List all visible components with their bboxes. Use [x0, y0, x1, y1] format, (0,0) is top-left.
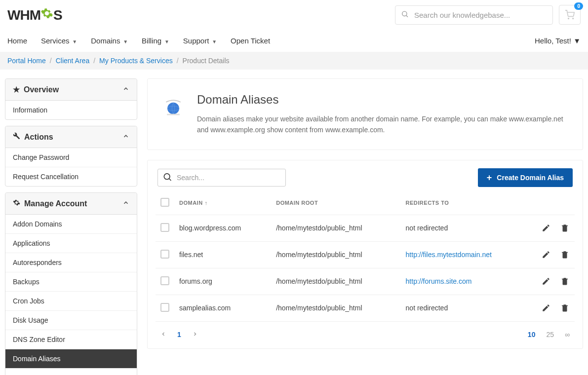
alias-table: DOMAIN↑ DOMAIN ROOT REDIRECTS TO blog.wo…: [156, 191, 575, 321]
nav-domains[interactable]: Domains ▼: [91, 30, 128, 52]
panel-actions-header[interactable]: Actions: [5, 126, 137, 148]
kb-search: [395, 5, 553, 25]
search-icon: [162, 172, 172, 183]
col-domain[interactable]: DOMAIN↑: [174, 191, 271, 215]
row-checkbox[interactable]: [160, 250, 169, 259]
edit-icon[interactable]: [541, 223, 551, 233]
search-icon: [401, 10, 409, 20]
trash-icon[interactable]: [560, 303, 570, 313]
breadcrumb-sep: /: [50, 57, 52, 65]
sidebar-item-disk-usage[interactable]: Disk Usage: [5, 311, 137, 330]
cart-icon: [565, 10, 575, 20]
chevron-up-icon: [122, 85, 129, 94]
col-root[interactable]: DOMAIN ROOT: [271, 191, 400, 215]
page-prev[interactable]: [160, 331, 166, 338]
sidebar-item-backups[interactable]: Backups: [5, 272, 137, 292]
trash-icon[interactable]: [560, 223, 570, 233]
cell-domain: files.net: [174, 241, 271, 268]
cell-domain: blog.wordpress.com: [174, 215, 271, 241]
col-redirects[interactable]: REDIRECTS TO: [401, 191, 530, 215]
redirect-link[interactable]: http://forums.site.com: [406, 277, 472, 285]
kb-search-input[interactable]: [395, 5, 553, 25]
user-menu-label: Hello, Test!: [535, 37, 571, 45]
panel-overview-header[interactable]: ★Overview: [5, 79, 137, 101]
sidebar-item-autoresponders[interactable]: Autoresponders: [5, 253, 137, 272]
cell-redirect: not redirected: [401, 295, 530, 321]
panel-overview-title: Overview: [24, 85, 59, 94]
gear-icon: [40, 7, 53, 23]
sidebar-item-applications[interactable]: Applications: [5, 234, 137, 253]
cell-domain: samplealias.com: [174, 295, 271, 321]
nav-home[interactable]: Home: [7, 30, 27, 52]
sidebar-item-request-cancellation[interactable]: Request Cancellation: [5, 167, 137, 186]
logo[interactable]: WHMS: [7, 7, 62, 23]
alias-card: + Create Domain Alias DOMAIN↑ DOMAIN ROO…: [147, 160, 583, 349]
cell-root: /home/mytestdo/public_html: [271, 268, 400, 295]
nav-open-ticket[interactable]: Open Ticket: [231, 30, 270, 52]
sidebar-item-cron-jobs[interactable]: Cron Jobs: [5, 292, 137, 311]
edit-icon[interactable]: [541, 303, 551, 313]
svg-line-1: [406, 16, 408, 17]
sidebar-item-domain-redirects[interactable]: Domain Redirects: [5, 369, 137, 375]
sidebar-item-addon-domains[interactable]: Addon Domains: [5, 215, 137, 234]
page-number[interactable]: 1: [177, 331, 181, 338]
caret-down-icon: ▼: [210, 39, 217, 44]
star-icon: ★: [13, 85, 20, 94]
sidebar-item-dns-zone-editor[interactable]: DNS Zone Editor: [5, 330, 137, 349]
gear-icon: [13, 199, 20, 206]
page-next[interactable]: [192, 331, 198, 338]
page-size-10[interactable]: 10: [528, 331, 536, 338]
edit-icon[interactable]: [541, 276, 551, 286]
row-checkbox[interactable]: [160, 303, 169, 312]
breadcrumb-link[interactable]: Portal Home: [7, 57, 46, 65]
breadcrumb-link[interactable]: Client Area: [56, 57, 89, 65]
edit-icon[interactable]: [541, 250, 551, 260]
svg-point-0: [402, 11, 407, 16]
caret-down-icon: ▼: [163, 39, 169, 44]
logo-text-post: S: [53, 7, 62, 23]
redirect-link[interactable]: http://files.mytestdomain.net: [406, 251, 492, 259]
panel-actions: Actions Change PasswordRequest Cancellat…: [5, 126, 137, 187]
nav-billing[interactable]: Billing ▼: [142, 30, 169, 52]
cart-button[interactable]: 0: [559, 5, 581, 25]
sidebar-item-change-password[interactable]: Change Password: [5, 148, 137, 167]
nav-support[interactable]: Support ▼: [183, 30, 217, 52]
page-size-∞[interactable]: ∞: [565, 331, 570, 338]
breadcrumb-link[interactable]: My Products & Services: [99, 57, 173, 65]
user-menu[interactable]: Hello, Test! ▼: [535, 30, 581, 52]
caret-down-icon: ▼: [121, 39, 128, 44]
trash-icon[interactable]: [560, 250, 570, 260]
svg-point-7: [164, 174, 170, 180]
page-title: Domain Aliases: [197, 93, 569, 107]
table-search: [157, 169, 286, 187]
breadcrumb: Portal Home/Client Area/My Products & Se…: [0, 52, 588, 70]
cart-badge: 0: [574, 2, 583, 10]
logo-text-pre: WHM: [7, 7, 40, 23]
sort-asc-icon: ↑: [205, 200, 208, 206]
breadcrumb-current: Product Details: [183, 57, 230, 65]
row-checkbox[interactable]: [160, 276, 169, 285]
chevron-up-icon: [122, 199, 129, 208]
nav-services[interactable]: Services ▼: [41, 30, 77, 52]
create-alias-button[interactable]: + Create Domain Alias: [478, 168, 573, 187]
row-checkbox[interactable]: [160, 223, 169, 232]
caret-down-icon: ▼: [71, 39, 78, 44]
svg-rect-6: [167, 114, 180, 115]
header: WHMS 0: [0, 0, 588, 30]
plus-icon: +: [487, 173, 492, 182]
svg-point-4: [167, 103, 179, 114]
cell-domain: forums.org: [174, 268, 271, 295]
cell-redirect: not redirected: [401, 215, 530, 241]
caret-down-icon: ▼: [573, 37, 581, 45]
trash-icon[interactable]: [560, 276, 570, 286]
panel-manage-header[interactable]: Manage Account: [5, 193, 137, 215]
page-size-25[interactable]: 25: [546, 331, 554, 338]
page-header: Domain Aliases Domain aliases make your …: [147, 78, 583, 150]
table-search-input[interactable]: [157, 169, 286, 187]
sidebar-item-information[interactable]: Information: [5, 101, 137, 119]
sidebar-item-domain-aliases[interactable]: Domain Aliases: [5, 349, 137, 369]
pagination: 1 1025∞: [156, 321, 575, 340]
select-all-checkbox[interactable]: [160, 198, 169, 207]
chevron-up-icon: [122, 133, 129, 142]
cell-root: /home/mytestdo/public_html: [271, 295, 400, 321]
